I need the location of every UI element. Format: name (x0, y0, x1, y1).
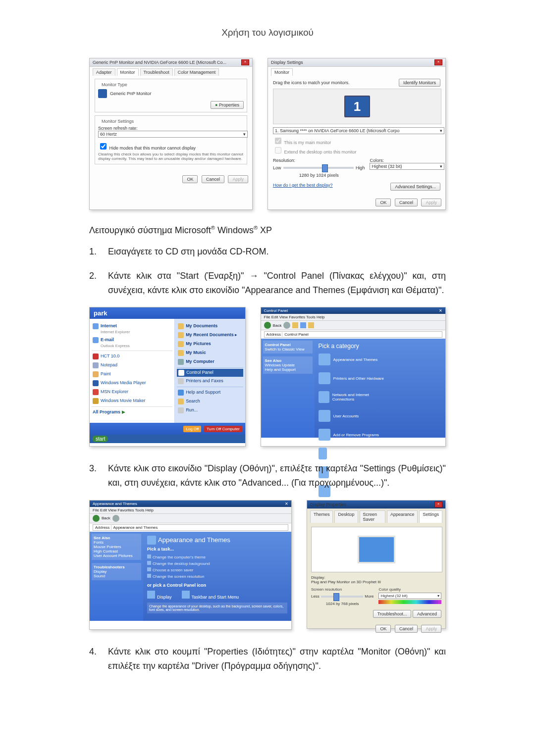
start-item-wmm[interactable]: Windows Movie Maker (92, 397, 172, 405)
tab-screensaver[interactable]: Screen Saver (360, 510, 385, 523)
cat-datetime[interactable]: Date, Time, Language, and Regional Optio… (319, 448, 388, 459)
tab-color-management[interactable]: Color Management (174, 68, 219, 76)
sidebar-ts-sound[interactable]: Sound (94, 574, 105, 578)
start-button[interactable]: start (90, 435, 245, 443)
sidebar-mouse-pointers[interactable]: Mouse Pointers (94, 545, 121, 549)
close-icon[interactable]: × (434, 59, 442, 65)
drag-instruction: Drag the icons to match your monitors. (273, 80, 350, 85)
close-icon[interactable]: ✕ (439, 308, 442, 313)
cat-addremove[interactable]: Add or Remove Programs (319, 429, 388, 441)
tab-settings[interactable]: Settings (419, 510, 442, 523)
monitor-1-icon[interactable]: 1 (344, 96, 370, 117)
properties-button[interactable]: ● Properties (211, 101, 244, 109)
identify-monitors-button[interactable]: Identify Monitors (399, 79, 440, 87)
color-quality-select[interactable]: Highest (32 bit) ▾ (378, 593, 441, 599)
tab-themes[interactable]: Themes (310, 510, 333, 523)
monitor-select[interactable]: 1. Samsung **** on NVIDIA GeForce 6600 L… (273, 127, 444, 134)
sidebar-high-contrast[interactable]: High Contrast (94, 549, 118, 554)
ok-button[interactable]: OK (375, 625, 391, 633)
start-item-notepad[interactable]: Notepad (92, 361, 172, 370)
advanced-button[interactable]: Advanced (413, 610, 441, 618)
start-item-help[interactable]: Help and Support (177, 388, 243, 397)
display-value: Plug and Play Monitor on 3D Prophet III (311, 580, 441, 584)
colors-select[interactable]: Highest (32 bit) ▾ (370, 163, 444, 170)
resolution-slider[interactable] (283, 167, 354, 169)
tab-desktop[interactable]: Desktop (334, 510, 358, 523)
step-1-number: 1. (89, 245, 108, 259)
sr-less-label: Less (311, 594, 320, 599)
start-item-paint[interactable]: Paint (92, 370, 172, 379)
cat-printers[interactable]: Printers and Other Hardware (319, 372, 388, 384)
ok-button[interactable]: OK (182, 175, 198, 183)
start-item-wmp[interactable]: Windows Media Player (92, 379, 172, 388)
logoff-button[interactable]: Log Off (183, 426, 201, 432)
resolution-slider[interactable] (321, 596, 363, 598)
sidebar-fonts[interactable]: Fonts (94, 540, 104, 545)
task-screen-saver[interactable]: Choose a screen saver (147, 567, 287, 572)
start-item-recent-docs[interactable]: My Recent Documents ▸ (177, 331, 243, 340)
tab-appearance[interactable]: Appearance (387, 510, 418, 523)
apply-button[interactable]: Apply (421, 625, 441, 633)
step-2-text: Κάντε κλικ στα "Start (Έναρξη)" → "Contr… (108, 269, 446, 298)
start-item-my-music[interactable]: My Music (177, 349, 243, 357)
start-item-all-programs[interactable]: All Programs ▶ (92, 408, 172, 416)
tab-monitor[interactable]: Monitor (271, 68, 293, 76)
start-item-internet[interactable]: InternetInternet Explorer (92, 322, 172, 336)
task-change-background[interactable]: Change the desktop background (147, 561, 287, 566)
start-item-run[interactable]: Run... (177, 406, 243, 415)
forward-button-icon[interactable] (283, 322, 290, 329)
start-item-email[interactable]: E-mailOutlook Express (92, 336, 172, 350)
start-item-msn[interactable]: MSN Explorer (92, 388, 172, 397)
tab-troubleshoot[interactable]: Troubleshoot (140, 68, 173, 76)
start-item-hct[interactable]: HCT 10.0 (92, 352, 172, 361)
start-item-my-documents[interactable]: My Documents (177, 322, 243, 331)
close-icon[interactable]: × (434, 502, 442, 507)
refresh-rate-select[interactable]: 60 Hertz ▾ (98, 131, 248, 138)
sidebar-help-support[interactable]: Help and Support (265, 367, 296, 372)
advanced-settings-button[interactable]: Advanced Settings... (390, 183, 440, 191)
folders-icon[interactable] (308, 322, 314, 328)
main-monitor-checkbox (275, 138, 281, 144)
back-button-icon[interactable] (264, 322, 271, 329)
forward-button-icon[interactable] (112, 515, 119, 522)
apply-button[interactable]: Apply (228, 175, 248, 183)
start-item-search[interactable]: Search (177, 397, 243, 406)
back-button-icon[interactable] (93, 515, 100, 522)
sidebar-ts-display[interactable]: Display (94, 569, 107, 574)
start-item-my-pictures[interactable]: My Pictures (177, 340, 243, 349)
cp-icon-display[interactable]: Display (147, 591, 172, 600)
resolution-label: Resolution: (273, 158, 365, 163)
display-label: Display: (311, 575, 441, 580)
cancel-button[interactable]: Cancel (202, 175, 224, 183)
cancel-button[interactable]: Cancel (395, 199, 418, 206)
close-icon[interactable]: × (241, 59, 249, 65)
ok-button[interactable]: OK (375, 199, 391, 206)
tab-monitor[interactable]: Monitor (117, 68, 139, 76)
sidebar-switch-classic[interactable]: Switch to Classic View (265, 347, 305, 352)
cp-icon-taskbar[interactable]: Taskbar and Start Menu (182, 591, 239, 600)
menu-bar[interactable]: File Edit View Favorites Tools Help (261, 314, 445, 321)
sidebar-windows-update[interactable]: Windows Update (265, 363, 295, 367)
os-line: Λειτουργικό σύστημα Microsoft® Windows® … (89, 225, 446, 236)
start-item-my-computer[interactable]: My Computer (177, 357, 243, 366)
cat-appearance[interactable]: Appearance and Themes (319, 353, 388, 365)
start-item-control-panel[interactable]: Control Panel (177, 369, 243, 377)
task-screen-resolution[interactable]: Change the screen resolution (147, 574, 287, 579)
best-display-link[interactable]: How do I get the best display? (273, 183, 333, 191)
cat-users[interactable]: User Accounts (319, 410, 388, 422)
menu-bar[interactable]: File Edit View Favorites Tools Help (90, 507, 291, 514)
troubleshoot-button[interactable]: Troubleshoot... (373, 610, 412, 618)
sidebar-user-pictures[interactable]: User Account Pictures (94, 554, 133, 558)
hide-modes-checkbox[interactable] (100, 143, 107, 150)
tab-adapter[interactable]: Adapter (93, 68, 115, 76)
turnoff-button[interactable]: Turn Off Computer (204, 426, 242, 432)
up-icon[interactable] (292, 322, 298, 328)
search-icon[interactable] (300, 322, 306, 328)
address-value: Control Panel (282, 332, 308, 337)
cat-network[interactable]: Network and Internet Connections (319, 391, 388, 403)
start-item-printers[interactable]: Printers and Faxes (177, 377, 243, 386)
apply-button[interactable]: Apply (421, 199, 441, 206)
task-change-theme[interactable]: Change the computer's theme (147, 554, 287, 559)
close-icon[interactable]: ✕ (285, 502, 288, 506)
cancel-button[interactable]: Cancel (395, 625, 418, 633)
